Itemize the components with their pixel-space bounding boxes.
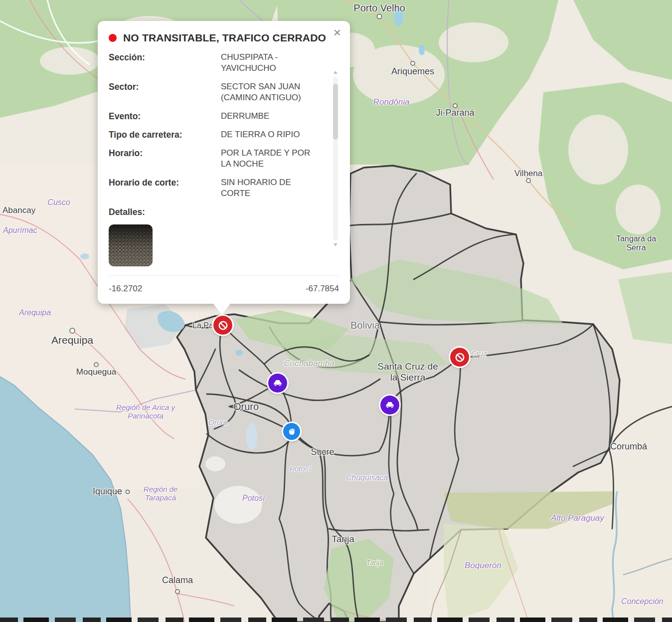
field-row: Sector:SECTOR SAN JUAN (CAMINO ANTIGUO) — [109, 81, 316, 104]
field-label: Sector: — [109, 81, 221, 104]
scrollbar-down-icon[interactable] — [334, 243, 337, 246]
field-label: Tipo de carretera: — [109, 129, 221, 141]
longitude-value: -67.7854 — [306, 284, 339, 294]
field-value: DERRUMBE — [221, 111, 313, 122]
close-icon[interactable]: × — [332, 27, 343, 38]
marker-traffic-event-cochabamba[interactable] — [268, 374, 287, 393]
field-label: Evento: — [109, 111, 221, 122]
field-row: Evento:DERRUMBE — [109, 111, 316, 122]
popup-header: NO TRANSITABLE, TRAFICO CERRADO — [109, 32, 339, 44]
scrollbar-thumb[interactable] — [333, 84, 338, 140]
marker-restricted-potosi[interactable] — [283, 423, 300, 440]
bottom-clipped-text-strip — [0, 618, 672, 622]
field-label: Sección: — [109, 52, 221, 74]
popup-title: NO TRANSITABLE, TRAFICO CERRADO — [123, 32, 326, 44]
marker-road-closed-santa-cruz[interactable] — [450, 348, 469, 367]
hand-icon — [287, 426, 297, 436]
latitude-value: -16.2702 — [109, 284, 142, 294]
field-label: Horario: — [109, 148, 221, 170]
field-row: Sección:CHUSPIPATA - YAVICHUCHO — [109, 52, 316, 74]
field-row: Horario:POR LA TARDE Y POR LA NOCHE — [109, 148, 316, 170]
field-label: Detalles: — [109, 207, 221, 218]
scrollbar-up-icon[interactable] — [334, 71, 337, 74]
popup-scroll-area[interactable]: Sección:CHUSPIPATA - YAVICHUCHO Sector:S… — [109, 52, 339, 220]
field-row: Horario de corte:SIN HORARIO DE CORTE — [109, 177, 316, 200]
marker-traffic-event-santa-cruz[interactable] — [380, 396, 399, 415]
field-row: Tipo de carretera:DE TIERRA O RIPIO — [109, 129, 316, 141]
field-value: DE TIERRA O RIPIO — [221, 129, 313, 141]
field-value: CHUSPIPATA - YAVICHUCHO — [221, 52, 313, 74]
road-event-popup: × NO TRANSITABLE, TRAFICO CERRADO Secció… — [98, 21, 350, 304]
car-icon — [384, 399, 396, 411]
car-icon — [272, 377, 284, 389]
event-photo-thumbnail[interactable] — [109, 224, 153, 266]
popup-scrollbar[interactable] — [333, 71, 338, 246]
no-entry-icon — [454, 351, 466, 364]
field-value — [221, 207, 313, 218]
marker-road-closed-la-paz[interactable] — [213, 316, 232, 335]
map-canvas[interactable]: Porto Velho Ariquemes Rondônia Ji-Paraná… — [0, 0, 672, 622]
field-row: Detalles: — [109, 207, 316, 218]
popup-coordinates: -16.2702 -67.7854 — [109, 276, 339, 294]
popup-tail — [213, 304, 230, 315]
field-value: SIN HORARIO DE CORTE — [221, 177, 313, 200]
field-value: SECTOR SAN JUAN (CAMINO ANTIGUO) — [221, 81, 313, 104]
no-entry-icon — [217, 319, 229, 332]
field-label: Horario de corte: — [109, 177, 221, 200]
field-value: POR LA TARDE Y POR LA NOCHE — [221, 148, 313, 170]
status-dot-icon — [109, 34, 117, 42]
